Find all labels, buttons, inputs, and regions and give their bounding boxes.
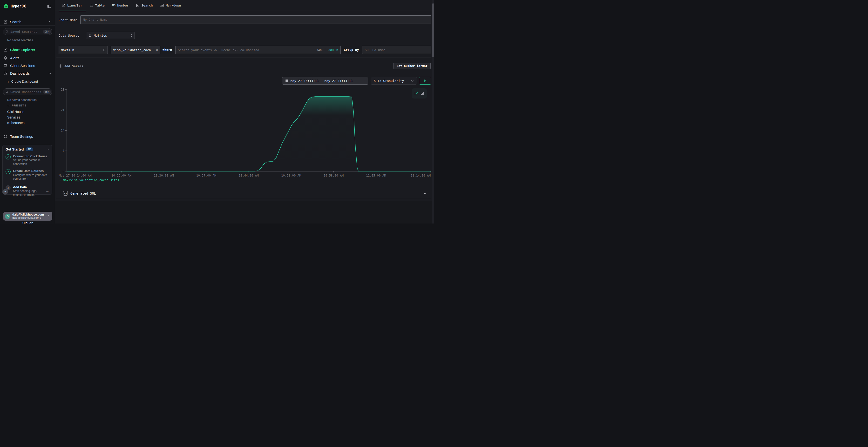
get-started-step-2[interactable]: Create Data Sources Configure where your… — [5, 169, 49, 181]
divider — [56, 28, 431, 28]
date-range-picker[interactable]: May 27 10:14:11 - May 27 11:14:11 — [282, 77, 368, 84]
shortcut-badge: ⌘K — [43, 90, 51, 94]
tab-search[interactable]: Search — [133, 0, 156, 11]
get-started-step-1[interactable]: Connect to ClickHouse Set up your databa… — [5, 154, 49, 166]
sidebar-item-team-settings[interactable]: Team Settings — [0, 133, 55, 140]
saved-searches-field[interactable] — [10, 30, 42, 33]
database-icon — [89, 34, 92, 37]
sidebar-section-search[interactable]: Search — [0, 18, 55, 25]
sidebar-collapse-icon[interactable] — [47, 4, 51, 8]
step-title: Connect to ClickHouse — [13, 154, 47, 158]
date-range-value: May 27 10:14:11 - May 27 11:14:11 — [290, 79, 353, 82]
granularity-select[interactable]: Auto Granularity — [371, 77, 417, 84]
layout-grid-icon — [3, 71, 7, 75]
no-saved-dashboards-text: No saved dashboards — [7, 98, 37, 102]
x-tick-label: 10:58:00 AM — [323, 174, 344, 177]
sidebar-item-client-sessions[interactable]: Client Sessions — [0, 62, 55, 69]
set-number-format-button[interactable]: Set number format — [394, 63, 431, 69]
sidebar-item-chart-explorer[interactable]: Chart Explorer — [0, 46, 55, 54]
tab-line-bar[interactable]: Line/Bar — [59, 0, 86, 11]
tab-table[interactable]: Table — [87, 0, 108, 11]
timeseries-chart[interactable]: 07142128May 27 10:14:00 AM10:23:00 AM10:… — [58, 87, 434, 183]
gear-icon — [3, 134, 7, 138]
shortcut-badge: ⌘K — [43, 30, 51, 34]
chart-name-label: Chart Name — [59, 18, 78, 22]
data-source-label: Data Source — [59, 34, 79, 37]
sidebar-item-alerts[interactable]: Alerts — [0, 54, 55, 62]
group-by-input[interactable] — [362, 46, 431, 54]
series-area — [67, 97, 431, 171]
chevron-up-icon[interactable] — [46, 148, 49, 151]
team-settings-label: Team Settings — [10, 134, 33, 138]
document-list-icon — [136, 4, 140, 7]
code-icon: <> — [63, 191, 68, 196]
add-series-button[interactable]: Add Series — [59, 64, 83, 68]
step-desc: Set up your database connection — [13, 159, 49, 166]
saved-dashboards-input[interactable]: ⌘K — [3, 89, 52, 95]
chevron-up-icon[interactable] — [48, 20, 51, 23]
calendar-icon — [285, 79, 288, 82]
laptop-icon — [3, 64, 7, 68]
user-menu[interactable]: D dale@clickhouse.com dale@clickhouse.co… — [3, 212, 52, 220]
step-desc: Configure where your data comes from — [13, 173, 49, 181]
run-query-button[interactable] — [419, 77, 431, 84]
chevron-down-icon — [411, 79, 414, 82]
get-started-header[interactable]: Get Started 2/3 — [5, 147, 49, 151]
page-bottom-band — [55, 201, 434, 224]
x-tick-label: 11:05:00 AM — [366, 174, 386, 177]
preset-clickhouse[interactable]: ClickHouse — [7, 110, 24, 114]
generated-sql-toggle[interactable]: <> Generated SQL — [63, 191, 427, 196]
help-button[interactable]: ? — [2, 189, 8, 195]
bell-icon — [3, 56, 7, 60]
where-input[interactable] — [178, 48, 317, 52]
scrollbar-thumb[interactable] — [432, 3, 434, 57]
chart-type-tabs: Line/Bar Table 123 Number Search — [55, 0, 434, 11]
step-title: Create Data Sources — [13, 169, 44, 173]
aggregation-select[interactable]: Maximum — [59, 46, 108, 54]
where-label: Where — [162, 48, 172, 51]
chevron-up-icon[interactable] — [48, 72, 51, 75]
preset-services[interactable]: Services — [7, 115, 20, 119]
tab-number[interactable]: 123 Number — [109, 0, 132, 11]
y-tick-label: 21 — [61, 108, 64, 112]
section-search-label: Search — [10, 20, 22, 24]
presets-toggle[interactable]: PRESETS — [7, 104, 27, 107]
lucene-toggle[interactable]: Lucene — [328, 48, 338, 51]
chart-name-input[interactable] — [80, 15, 431, 24]
get-started-card: Get Started 2/3 Connect to ClickHouse Se… — [2, 145, 52, 195]
y-tick-label: 28 — [61, 88, 64, 91]
brand[interactable]: HyperDX — [3, 4, 26, 9]
create-dashboard-button[interactable]: + Create Dashboard — [7, 79, 38, 83]
y-tick-label: 0 — [63, 170, 64, 173]
preset-kubernetes[interactable]: Kubernetes — [7, 121, 25, 125]
scrollbar-track[interactable] — [432, 0, 434, 224]
close-icon[interactable]: ✕ — [156, 48, 158, 52]
data-source-select[interactable]: Metrics — [86, 32, 135, 39]
sidebar-item-dashboards[interactable]: Dashboards — [0, 69, 55, 77]
brand-name: HyperDX — [10, 4, 26, 8]
line-chart-icon — [62, 4, 65, 7]
metric-tag[interactable]: visa_validation_cach ✕ — [111, 46, 160, 54]
series-line — [67, 97, 431, 171]
markdown-icon — [160, 4, 164, 7]
saved-searches-input[interactable]: ⌘K — [3, 28, 52, 35]
chevron-right-icon — [47, 215, 51, 218]
tab-markdown[interactable]: Markdown — [157, 0, 184, 11]
generated-sql-label: Generated SQL — [70, 192, 96, 195]
saved-dashboards-field[interactable] — [10, 90, 42, 94]
tab-label: Search — [142, 4, 153, 7]
select-chevrons-icon — [130, 34, 132, 37]
x-tick-label: 11:14:00 AM — [411, 174, 431, 177]
sql-toggle[interactable]: SQL — [317, 48, 322, 51]
divider — [56, 58, 431, 58]
nav-label: Client Sessions — [10, 64, 35, 68]
chart-legend[interactable]: — max(visa_validation_cache.size) — [60, 178, 119, 182]
get-started-step-3[interactable]: 3 Add Data Start sending logs, metrics, … — [5, 185, 49, 197]
arrow-right-icon: → — [45, 189, 49, 193]
step-title: Add Data — [13, 185, 27, 189]
nav-label: Chart Explorer — [10, 48, 35, 52]
x-tick-label: 10:44:00 AM — [239, 174, 259, 177]
check-circle-icon — [5, 169, 10, 174]
number-123-icon: 123 — [112, 4, 116, 6]
data-source-value: Metrics — [94, 34, 107, 37]
